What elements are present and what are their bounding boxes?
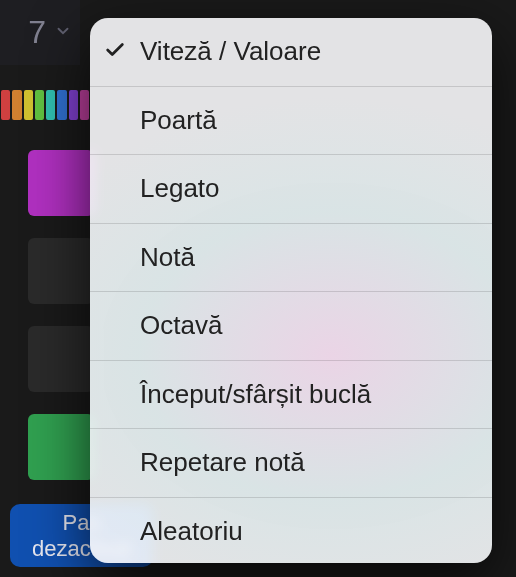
grid-cell[interactable] [28,150,94,216]
palette-chip[interactable] [46,90,55,120]
menu-item[interactable]: Repetare notă [90,429,492,498]
grid-cell[interactable] [28,414,94,480]
menu-item-label: Octavă [140,310,222,341]
grid-cell[interactable] [28,326,94,392]
menu-item[interactable]: Notă [90,224,492,293]
grid-cell[interactable] [28,238,94,304]
menu-item-label: Început/sfârșit buclă [140,379,371,410]
value-readout: 7 [28,14,46,51]
palette-chip[interactable] [24,90,33,120]
menu-item-label: Viteză / Valoare [140,36,321,67]
menu-item[interactable]: Aleatoriu [90,498,492,564]
menu-item[interactable]: Început/sfârșit buclă [90,361,492,430]
menu-item-label: Aleatoriu [140,516,243,547]
checkmark-icon [104,39,126,65]
menu-item[interactable]: Poartă [90,87,492,156]
menu-item-label: Repetare notă [140,447,305,478]
palette-chip[interactable] [69,90,78,120]
color-palette-strip [0,75,90,135]
menu-item[interactable]: Legato [90,155,492,224]
palette-chip[interactable] [35,90,44,120]
top-bar: 7 [0,0,80,65]
menu-item-label: Legato [140,173,220,204]
palette-chip[interactable] [57,90,66,120]
menu-item-label: Poartă [140,105,217,136]
palette-chip[interactable] [1,90,10,120]
palette-chip[interactable] [80,90,89,120]
menu-item[interactable]: Viteză / Valoare [90,18,492,87]
menu-item[interactable]: Octavă [90,292,492,361]
menu-item-label: Notă [140,242,195,273]
edit-mode-popover: Viteză / ValoarePoartăLegatoNotăOctavăÎn… [90,18,492,563]
chevron-down-icon[interactable] [54,22,72,44]
palette-chip[interactable] [12,90,21,120]
